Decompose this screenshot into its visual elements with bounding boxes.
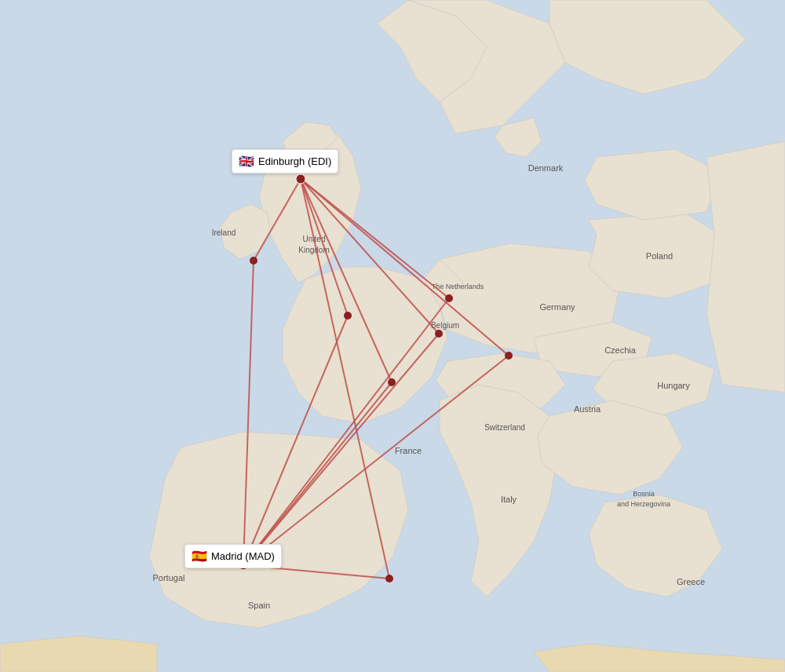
svg-text:Hungary: Hungary <box>657 381 690 390</box>
svg-text:Spain: Spain <box>248 601 270 610</box>
svg-text:Czechia: Czechia <box>604 345 637 355</box>
svg-marker-21 <box>0 636 157 672</box>
edinburgh-label: 🇬🇧 Edinburgh (EDI) <box>232 149 338 173</box>
svg-text:Denmark: Denmark <box>528 163 564 173</box>
svg-text:Austria: Austria <box>574 404 601 414</box>
uk-flag-icon: 🇬🇧 <box>239 154 254 169</box>
spain-flag-icon: 🇪🇸 <box>192 549 207 564</box>
svg-text:Switzerland: Switzerland <box>484 423 525 432</box>
svg-text:The Netherlands: The Netherlands <box>432 283 484 290</box>
svg-text:Bosnia: Bosnia <box>633 490 655 498</box>
svg-text:Poland: Poland <box>646 251 673 261</box>
svg-text:and Herzegovina: and Herzegovina <box>617 500 670 508</box>
madrid-label-text: Madrid (MAD) <box>211 550 275 562</box>
svg-marker-20 <box>706 141 785 393</box>
svg-text:Ireland: Ireland <box>212 228 236 237</box>
svg-text:Greece: Greece <box>677 577 705 586</box>
svg-text:United: United <box>303 235 326 243</box>
svg-text:Germany: Germany <box>539 302 575 312</box>
edinburgh-label-text: Edinburgh (EDI) <box>258 155 331 167</box>
svg-text:Belgium: Belgium <box>431 321 459 330</box>
svg-text:France: France <box>395 446 422 455</box>
svg-text:Italy: Italy <box>501 495 517 504</box>
svg-text:Portugal: Portugal <box>153 573 185 583</box>
map-container: Denmark Poland Czechia Austria Hungary G… <box>0 0 785 672</box>
madrid-label: 🇪🇸 Madrid (MAD) <box>184 544 282 568</box>
svg-text:Kingdom: Kingdom <box>298 246 329 254</box>
